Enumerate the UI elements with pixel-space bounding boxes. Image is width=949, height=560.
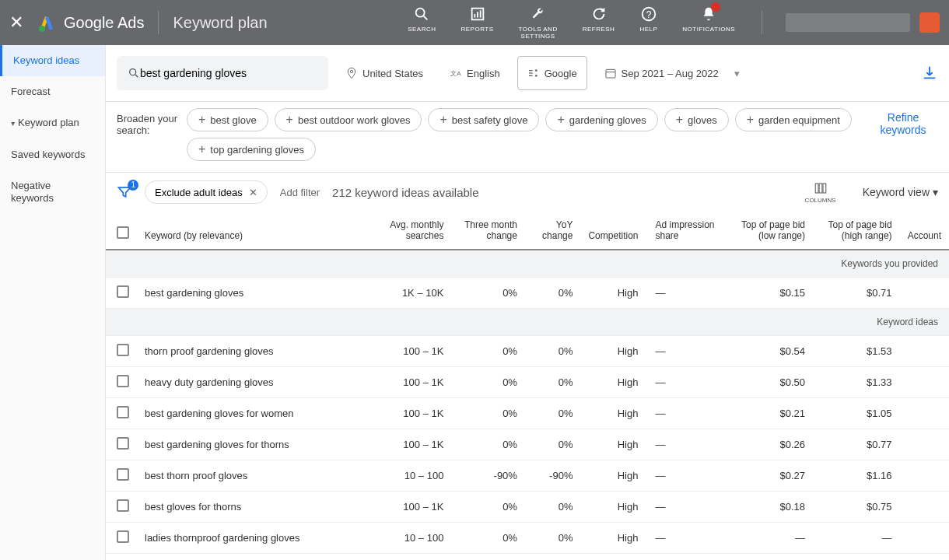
svg-point-9 (130, 69, 136, 75)
keyword-table-wrap: Keyword (by relevance)Avg. monthly searc… (106, 212, 949, 560)
columns-icon (813, 181, 828, 195)
broaden-chips: +best glove+best outdoor work gloves+bes… (187, 108, 868, 161)
broaden-chip[interactable]: +best safety glove (428, 108, 539, 131)
col-header[interactable]: Ad impression share (646, 212, 727, 250)
table-row: best gloves for thorns100 – 1K0%0%High—$… (106, 492, 949, 523)
network-icon (527, 67, 540, 79)
applied-filter-chip[interactable]: Exclude adult ideas ✕ (145, 180, 268, 204)
row-checkbox[interactable] (117, 468, 129, 481)
alert-dot (711, 2, 720, 12)
svg-rect-5 (477, 12, 478, 17)
broaden-label: Broaden your search: (117, 108, 187, 161)
broaden-chip[interactable]: +best glove (187, 108, 268, 131)
svg-rect-18 (606, 69, 615, 78)
sidebar-item-saved-keywords[interactable]: Saved keywords (0, 139, 105, 170)
chevron-down-icon: ▾ (933, 186, 938, 198)
chevron-down-icon: ▾ (734, 68, 740, 79)
select-all-checkbox[interactable] (117, 226, 129, 239)
broaden-chip[interactable]: +garden equipment (735, 108, 852, 131)
row-checkbox[interactable] (117, 285, 129, 298)
row-checkbox[interactable] (117, 406, 129, 418)
refresh-icon (590, 5, 608, 23)
plus-icon: + (198, 143, 205, 156)
add-filter-button[interactable]: Add filter (280, 187, 320, 198)
sidebar-item-keyword-ideas[interactable]: Keyword ideas (0, 45, 105, 76)
plus-icon: + (676, 114, 683, 126)
row-checkbox[interactable] (117, 344, 129, 356)
language-selector[interactable]: 文A English (440, 56, 510, 90)
broaden-chip[interactable]: +top gardening gloves (187, 138, 316, 161)
keyword-cell[interactable]: thick gardening gloves (137, 554, 370, 561)
download-icon[interactable] (921, 65, 938, 82)
keyword-cell[interactable]: best gloves for thorns (137, 492, 370, 523)
refine-keywords-link[interactable]: Refine keywords (868, 108, 938, 161)
close-icon[interactable]: ✕ (9, 12, 23, 33)
col-header[interactable]: Three month change (451, 212, 525, 250)
tool-wrench[interactable]: TOOLS ANDSETTINGS (506, 5, 570, 40)
filter-funnel-button[interactable]: 1 (117, 184, 132, 200)
remove-filter-icon[interactable]: ✕ (249, 187, 257, 198)
col-header[interactable]: Keyword (by relevance) (137, 212, 370, 250)
app-header: ✕ Google Ads Keyword plan SEARCHREPORTST… (0, 0, 949, 45)
brand-text: Google Ads (64, 14, 144, 32)
keyword-cell[interactable]: best gardening gloves for women (137, 398, 370, 429)
row-checkbox[interactable] (117, 499, 129, 512)
divider (158, 11, 159, 34)
filter-row: 1 Exclude adult ideas ✕ Add filter 212 k… (106, 173, 949, 212)
col-header[interactable] (106, 212, 137, 250)
svg-point-11 (350, 70, 352, 72)
broaden-chip[interactable]: +best outdoor work gloves (275, 108, 422, 131)
col-header[interactable]: YoY change (525, 212, 581, 250)
table-row: best gardening gloves1K – 10K0%0%High—$0… (106, 278, 949, 309)
plus-icon: + (286, 114, 293, 126)
tool-help[interactable]: ?HELP (627, 5, 670, 33)
columns-button[interactable]: COLUMNS (805, 181, 836, 204)
keyword-cell[interactable]: ladies thornproof gardening gloves (137, 523, 370, 554)
sidebar: Keyword ideasForecastKeyword planSaved k… (0, 45, 106, 560)
calendar-icon (604, 67, 617, 79)
search-icon (128, 67, 140, 79)
row-checkbox[interactable] (117, 437, 129, 450)
tool-search[interactable]: SEARCH (395, 5, 448, 33)
keyword-cell[interactable]: heavy duty gardening gloves (137, 367, 370, 398)
network-selector[interactable]: Google (517, 56, 587, 90)
tool-bell[interactable]: NOTIFICATIONS (670, 5, 748, 33)
table-row: ladies thornproof gardening gloves10 – 1… (106, 523, 949, 554)
col-header[interactable]: Avg. monthly searches (370, 212, 451, 250)
keyword-cell[interactable]: best gardening gloves for thorns (137, 429, 370, 460)
header-tools: SEARCHREPORTSTOOLS ANDSETTINGSREFRESH?HE… (395, 5, 748, 40)
keyword-cell[interactable]: best thorn proof gloves (137, 460, 370, 492)
account-area[interactable] (786, 12, 940, 33)
keyword-cell[interactable]: best gardening gloves (137, 278, 370, 309)
broaden-chip[interactable]: +gloves (664, 108, 729, 131)
broaden-chip[interactable]: +gardening gloves (545, 108, 657, 131)
row-checkbox[interactable] (117, 530, 129, 543)
sidebar-item-negative-keywords[interactable]: Negative keywords (0, 170, 105, 214)
sidebar-item-forecast[interactable]: Forecast (0, 76, 105, 107)
tool-reports[interactable]: REPORTS (448, 5, 506, 33)
svg-rect-4 (474, 14, 475, 18)
section-header: Keyword ideas (106, 309, 949, 336)
keyword-cell[interactable]: thorn proof gardening gloves (137, 336, 370, 367)
col-header[interactable]: Top of page bid (high range) (813, 212, 900, 250)
date-range-selector[interactable]: Sep 2021 – Aug 2022 ▾ (595, 56, 749, 90)
table-row: heavy duty gardening gloves100 – 1K0%0%H… (106, 367, 949, 398)
plus-icon: + (557, 114, 564, 126)
svg-point-1 (416, 9, 425, 17)
col-header[interactable]: Top of page bid (low range) (728, 212, 813, 250)
search-input[interactable] (140, 67, 317, 79)
row-checkbox[interactable] (117, 375, 129, 387)
avatar[interactable] (919, 12, 940, 33)
keyword-table: Keyword (by relevance)Avg. monthly searc… (106, 212, 949, 560)
col-header[interactable]: Account (900, 212, 949, 250)
section-header: Keywords you provided (106, 250, 949, 278)
wrench-icon (530, 5, 547, 23)
col-header[interactable]: Competition (580, 212, 646, 250)
sidebar-item-keyword-plan[interactable]: Keyword plan (0, 107, 105, 139)
search-input-wrap[interactable] (117, 56, 328, 90)
svg-line-10 (135, 75, 138, 77)
tool-refresh[interactable]: REFRESH (570, 5, 628, 33)
plus-icon: + (747, 114, 754, 126)
keyword-view-selector[interactable]: Keyword view ▾ (863, 186, 938, 198)
location-selector[interactable]: United States (336, 56, 432, 90)
